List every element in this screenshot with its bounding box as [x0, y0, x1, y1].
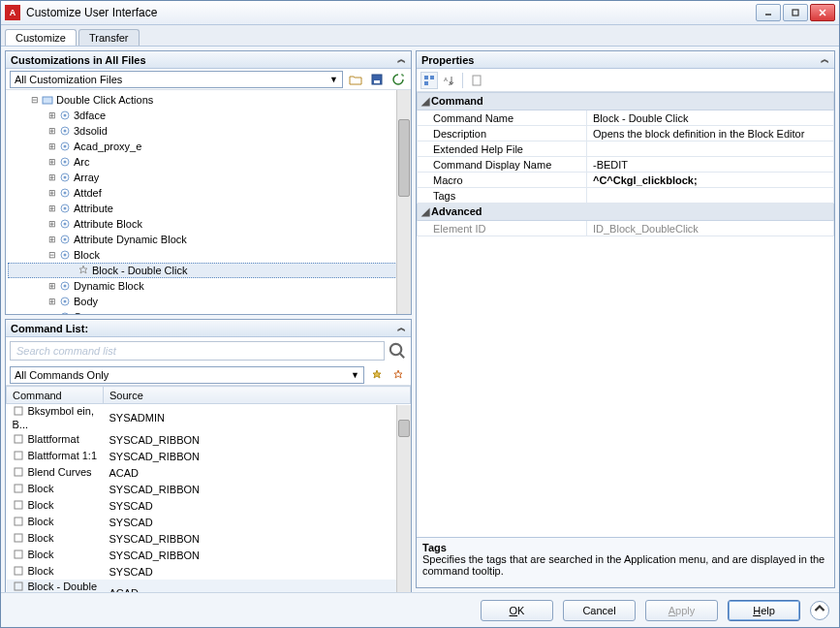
customizations-tree[interactable]: ⊟Double Click Actions⊞3dface⊞3dsolid⊞Aca…: [6, 90, 411, 314]
col-command[interactable]: Command: [7, 387, 104, 404]
open-file-icon[interactable]: [347, 71, 364, 88]
cmd-source: ACAD: [104, 580, 411, 592]
prop-row[interactable]: Element IDID_Block_DoubleClick: [418, 221, 834, 236]
expand-icon[interactable]: ⊞: [47, 312, 58, 314]
expand-icon[interactable]: ⊞: [47, 173, 58, 182]
tree-item[interactable]: ⊞Array: [8, 170, 409, 185]
expand-icon[interactable]: ⊞: [47, 141, 58, 151]
scrollbar-thumb[interactable]: [398, 420, 410, 437]
tree-item[interactable]: ⊞Dynamic Block: [8, 278, 409, 294]
save-icon[interactable]: [368, 71, 386, 88]
table-row[interactable]: BlockSYSCAD: [7, 563, 411, 580]
expand-icon[interactable]: ⊞: [47, 219, 58, 229]
expand-icon[interactable]: ⊞: [47, 204, 58, 213]
table-row[interactable]: BlattformatSYSCAD_RIBBON: [7, 431, 411, 448]
expand-icon[interactable]: ⊞: [47, 297, 58, 306]
alphabetic-icon[interactable]: AZ: [440, 72, 457, 89]
refresh-icon[interactable]: [389, 71, 407, 88]
collapse-icon[interactable]: ︽: [397, 322, 406, 334]
expand-icon[interactable]: ⊞: [47, 126, 58, 136]
search-icon[interactable]: [388, 341, 407, 361]
tree-item[interactable]: ⊞Camera: [8, 309, 409, 314]
tree-item[interactable]: ⊞Arc: [8, 154, 409, 170]
tree-item[interactable]: ⊞Acad_proxy_e: [8, 139, 409, 154]
command-table[interactable]: Command Source Bksymbol ein, B...SYSADMI…: [6, 386, 411, 592]
prop-row[interactable]: Macro^C^Ckgl_clickblock;: [418, 173, 834, 188]
favorite-icon[interactable]: [389, 366, 407, 384]
scrollbar[interactable]: [396, 90, 411, 314]
scrollbar[interactable]: [396, 405, 411, 592]
categorized-icon[interactable]: [420, 72, 438, 89]
maximize-button[interactable]: [783, 4, 808, 21]
commands-filter-combo[interactable]: All Commands Only ▼: [10, 366, 364, 384]
properties-title: Properties: [421, 54, 474, 66]
prop-value[interactable]: Opens the block definition in the Block …: [587, 126, 834, 141]
command-icon: [13, 532, 26, 546]
ok-button[interactable]: OK: [481, 600, 553, 621]
table-row[interactable]: Blend CurvesACAD: [7, 464, 411, 481]
prop-value[interactable]: ^C^Ckgl_clickblock;: [587, 173, 834, 188]
star-icon: [77, 264, 90, 277]
tab-transfer[interactable]: Transfer: [78, 29, 140, 46]
expand-icon[interactable]: ⊞: [47, 157, 58, 167]
table-row[interactable]: Bksymbol ein, B...SYSADMIN: [7, 404, 411, 432]
expand-icon[interactable]: ⊞: [47, 281, 58, 291]
table-row[interactable]: Blattformat 1:1SYSCAD_RIBBON: [7, 448, 411, 464]
prop-row[interactable]: Extended Help File: [418, 141, 834, 157]
prop-category[interactable]: ◢Command: [418, 93, 834, 110]
tip-icon[interactable]: [810, 601, 829, 620]
table-row[interactable]: BlockSYSCAD: [7, 514, 411, 530]
expand-icon[interactable]: ⊞: [47, 188, 58, 198]
close-button[interactable]: [810, 4, 835, 21]
expand-icon[interactable]: ⊞: [47, 235, 58, 244]
tree-item[interactable]: Block - Double Click: [8, 263, 409, 278]
prop-row[interactable]: Command NameBlock - Double Click: [418, 110, 834, 126]
customization-files-combo[interactable]: All Customization Files ▼: [10, 71, 343, 88]
table-row[interactable]: BlockSYSCAD_RIBBON: [7, 481, 411, 497]
col-source[interactable]: Source: [104, 387, 411, 404]
prop-category[interactable]: ◢Advanced: [418, 204, 834, 221]
commandlist-title: Command List:: [11, 323, 88, 334]
tree-item[interactable]: ⊞Attribute Block: [8, 216, 409, 232]
minimize-button[interactable]: [756, 4, 781, 21]
new-command-icon[interactable]: [368, 366, 386, 384]
prop-row[interactable]: Command Display Name-BEDIT: [418, 157, 834, 173]
collapse-icon[interactable]: ︽: [821, 53, 829, 66]
table-row[interactable]: BlockSYSCAD_RIBBON: [7, 530, 411, 547]
svg-point-22: [64, 223, 67, 226]
table-row[interactable]: BlockSYSCAD: [7, 497, 411, 514]
cancel-button[interactable]: Cancel: [563, 600, 636, 621]
expand-icon[interactable]: ⊞: [47, 110, 58, 120]
tree-item[interactable]: ⊟Block: [8, 247, 409, 263]
tab-customize[interactable]: Customize: [5, 29, 77, 46]
tree-item[interactable]: ⊞3dsolid: [8, 123, 409, 139]
help-button[interactable]: Help: [728, 600, 800, 621]
tree-item[interactable]: ⊞Body: [8, 294, 409, 309]
table-row[interactable]: Block - Double ...ACAD: [7, 580, 411, 592]
prop-value[interactable]: [587, 188, 834, 204]
table-row[interactable]: BlockSYSCAD_RIBBON: [7, 547, 411, 563]
prop-value[interactable]: Block - Double Click: [587, 110, 834, 126]
collapse-icon[interactable]: ︽: [397, 53, 406, 66]
prop-value[interactable]: [587, 141, 834, 157]
tree-item[interactable]: ⊞Attribute: [8, 201, 409, 216]
cmd-name: Block: [28, 483, 54, 494]
apply-button[interactable]: Apply: [645, 600, 718, 621]
property-page-icon[interactable]: [468, 72, 485, 89]
scrollbar-thumb[interactable]: [398, 119, 410, 197]
titlebar: A Customize User Interface: [1, 1, 839, 25]
expand-icon[interactable]: ⊟: [47, 250, 58, 260]
tree-item[interactable]: ⊟Double Click Actions: [8, 92, 409, 108]
tree-item[interactable]: ⊞Attribute Dynamic Block: [8, 232, 409, 247]
object-icon: [58, 171, 72, 184]
tree-item[interactable]: ⊞Attdef: [8, 185, 409, 201]
prop-row[interactable]: Tags: [418, 188, 834, 204]
prop-value[interactable]: -BEDIT: [587, 157, 834, 173]
prop-value[interactable]: ID_Block_DoubleClick: [587, 221, 834, 236]
cmd-source: SYSCAD_RIBBON: [104, 547, 411, 563]
cmd-source: SYSCAD_RIBBON: [104, 431, 411, 448]
expand-icon[interactable]: ⊟: [29, 95, 41, 105]
tree-item[interactable]: ⊞3dface: [8, 108, 409, 123]
prop-row[interactable]: DescriptionOpens the block definition in…: [418, 126, 834, 141]
search-input[interactable]: Search command list: [10, 341, 385, 361]
